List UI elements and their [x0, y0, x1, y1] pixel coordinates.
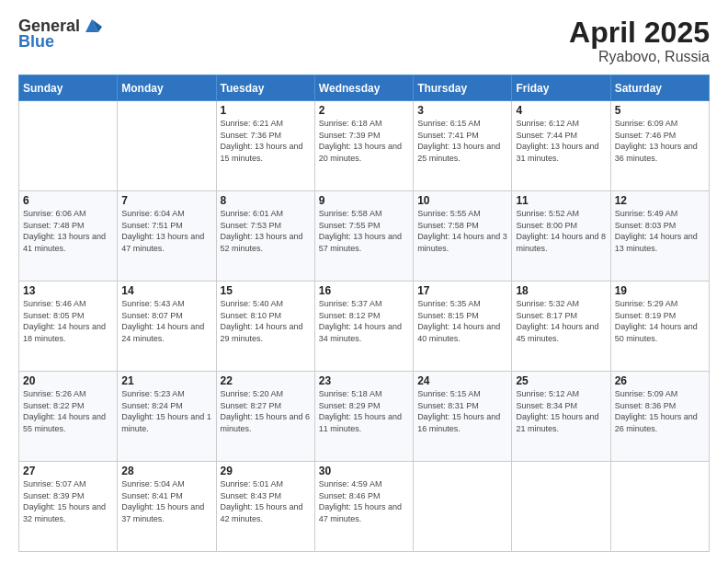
day-info: Sunrise: 4:59 AMSunset: 8:46 PMDaylight:…: [319, 478, 409, 524]
table-cell: 10Sunrise: 5:55 AMSunset: 7:58 PMDayligh…: [414, 191, 512, 282]
day-number: 25: [516, 374, 606, 387]
table-cell: 22Sunrise: 5:20 AMSunset: 8:27 PMDayligh…: [216, 372, 314, 462]
day-info: Sunrise: 5:52 AMSunset: 8:00 PMDaylight:…: [516, 208, 606, 254]
day-info: Sunrise: 5:26 AMSunset: 8:22 PMDaylight:…: [23, 388, 113, 434]
table-cell: 24Sunrise: 5:15 AMSunset: 8:31 PMDayligh…: [414, 372, 512, 462]
header: General Blue April 2025 Ryabovo, Russia: [18, 17, 710, 65]
day-info: Sunrise: 5:58 AMSunset: 7:55 PMDaylight:…: [319, 208, 409, 254]
day-number: 27: [23, 465, 113, 477]
col-friday: Friday: [512, 75, 610, 101]
day-info: Sunrise: 6:04 AMSunset: 7:51 PMDaylight:…: [121, 208, 211, 254]
calendar-week-row: 20Sunrise: 5:26 AMSunset: 8:22 PMDayligh…: [19, 372, 710, 462]
col-wednesday: Wednesday: [314, 75, 413, 101]
calendar-week-row: 6Sunrise: 6:06 AMSunset: 7:48 PMDaylight…: [19, 191, 710, 282]
day-number: 13: [23, 284, 113, 297]
day-info: Sunrise: 5:15 AMSunset: 8:31 PMDaylight:…: [417, 388, 507, 434]
day-info: Sunrise: 5:55 AMSunset: 7:58 PMDaylight:…: [417, 208, 507, 254]
day-info: Sunrise: 5:20 AMSunset: 8:27 PMDaylight:…: [221, 388, 311, 434]
table-cell: 11Sunrise: 5:52 AMSunset: 8:00 PMDayligh…: [512, 191, 610, 282]
day-info: Sunrise: 6:21 AMSunset: 7:36 PMDaylight:…: [221, 118, 311, 164]
table-cell: [610, 462, 709, 552]
day-number: 21: [121, 374, 211, 387]
table-cell: [512, 462, 610, 552]
day-number: 20: [23, 374, 113, 387]
day-number: 16: [319, 284, 409, 297]
day-number: 9: [319, 194, 409, 207]
table-cell: 21Sunrise: 5:23 AMSunset: 8:24 PMDayligh…: [118, 372, 216, 462]
table-cell: 9Sunrise: 5:58 AMSunset: 7:55 PMDaylight…: [314, 191, 413, 282]
day-number: 6: [23, 194, 113, 207]
calendar-week-row: 27Sunrise: 5:07 AMSunset: 8:39 PMDayligh…: [19, 462, 710, 552]
day-info: Sunrise: 5:18 AMSunset: 8:29 PMDaylight:…: [319, 388, 409, 434]
table-cell: 18Sunrise: 5:32 AMSunset: 8:17 PMDayligh…: [512, 282, 610, 372]
calendar-week-row: 1Sunrise: 6:21 AMSunset: 7:36 PMDaylight…: [19, 101, 710, 191]
day-number: 12: [615, 194, 705, 207]
day-info: Sunrise: 6:06 AMSunset: 7:48 PMDaylight:…: [23, 208, 113, 254]
day-number: 19: [615, 284, 705, 297]
day-number: 26: [615, 374, 705, 387]
col-tuesday: Tuesday: [216, 75, 314, 101]
table-cell: 23Sunrise: 5:18 AMSunset: 8:29 PMDayligh…: [314, 372, 413, 462]
page: General Blue April 2025 Ryabovo, Russia …: [0, 0, 728, 563]
table-cell: 2Sunrise: 6:18 AMSunset: 7:39 PMDaylight…: [314, 101, 413, 191]
table-cell: 13Sunrise: 5:46 AMSunset: 8:05 PMDayligh…: [19, 282, 118, 372]
table-cell: 5Sunrise: 6:09 AMSunset: 7:46 PMDaylight…: [610, 101, 709, 191]
day-info: Sunrise: 5:01 AMSunset: 8:43 PMDaylight:…: [221, 478, 311, 524]
calendar-location: Ryabovo, Russia: [569, 49, 710, 65]
logo: General Blue: [18, 17, 102, 52]
calendar-header-row: Sunday Monday Tuesday Wednesday Thursday…: [19, 75, 710, 101]
day-info: Sunrise: 5:09 AMSunset: 8:36 PMDaylight:…: [615, 388, 705, 434]
day-info: Sunrise: 6:09 AMSunset: 7:46 PMDaylight:…: [615, 118, 705, 164]
day-number: 14: [121, 284, 211, 297]
day-number: 22: [221, 374, 311, 387]
table-cell: 15Sunrise: 5:40 AMSunset: 8:10 PMDayligh…: [216, 282, 314, 372]
day-number: 23: [319, 374, 409, 387]
day-number: 29: [221, 465, 311, 477]
day-info: Sunrise: 5:49 AMSunset: 8:03 PMDaylight:…: [615, 208, 705, 254]
day-number: 7: [121, 194, 211, 207]
table-cell: 19Sunrise: 5:29 AMSunset: 8:19 PMDayligh…: [610, 282, 709, 372]
day-info: Sunrise: 6:15 AMSunset: 7:41 PMDaylight:…: [417, 118, 507, 164]
table-cell: 20Sunrise: 5:26 AMSunset: 8:22 PMDayligh…: [19, 372, 118, 462]
day-number: 15: [221, 284, 311, 297]
day-number: 28: [121, 465, 211, 477]
table-cell: 3Sunrise: 6:15 AMSunset: 7:41 PMDaylight…: [414, 101, 512, 191]
day-info: Sunrise: 5:43 AMSunset: 8:07 PMDaylight:…: [121, 298, 211, 344]
day-number: 18: [516, 284, 606, 297]
day-info: Sunrise: 5:35 AMSunset: 8:15 PMDaylight:…: [417, 298, 507, 344]
day-number: 8: [221, 194, 311, 207]
table-cell: 7Sunrise: 6:04 AMSunset: 7:51 PMDaylight…: [118, 191, 216, 282]
logo-icon: [82, 16, 102, 36]
day-info: Sunrise: 5:07 AMSunset: 8:39 PMDaylight:…: [23, 478, 113, 524]
day-number: 2: [319, 104, 409, 117]
day-number: 17: [417, 284, 507, 297]
table-cell: 4Sunrise: 6:12 AMSunset: 7:44 PMDaylight…: [512, 101, 610, 191]
day-number: 24: [417, 374, 507, 387]
table-cell: 30Sunrise: 4:59 AMSunset: 8:46 PMDayligh…: [314, 462, 413, 552]
day-number: 4: [516, 104, 606, 117]
table-cell: 14Sunrise: 5:43 AMSunset: 8:07 PMDayligh…: [118, 282, 216, 372]
day-number: 3: [417, 104, 507, 117]
day-number: 11: [516, 194, 606, 207]
col-sunday: Sunday: [19, 75, 118, 101]
table-cell: 29Sunrise: 5:01 AMSunset: 8:43 PMDayligh…: [216, 462, 314, 552]
day-info: Sunrise: 5:40 AMSunset: 8:10 PMDaylight:…: [221, 298, 311, 344]
calendar-table: Sunday Monday Tuesday Wednesday Thursday…: [18, 75, 710, 552]
table-cell: 6Sunrise: 6:06 AMSunset: 7:48 PMDaylight…: [19, 191, 118, 282]
table-cell: 16Sunrise: 5:37 AMSunset: 8:12 PMDayligh…: [314, 282, 413, 372]
table-cell: [414, 462, 512, 552]
day-info: Sunrise: 5:32 AMSunset: 8:17 PMDaylight:…: [516, 298, 606, 344]
table-cell: 17Sunrise: 5:35 AMSunset: 8:15 PMDayligh…: [414, 282, 512, 372]
col-saturday: Saturday: [610, 75, 709, 101]
day-info: Sunrise: 5:04 AMSunset: 8:41 PMDaylight:…: [121, 478, 211, 524]
table-cell: [19, 101, 118, 191]
day-info: Sunrise: 6:18 AMSunset: 7:39 PMDaylight:…: [319, 118, 409, 164]
table-cell: [118, 101, 216, 191]
table-cell: 26Sunrise: 5:09 AMSunset: 8:36 PMDayligh…: [610, 372, 709, 462]
day-info: Sunrise: 5:46 AMSunset: 8:05 PMDaylight:…: [23, 298, 113, 344]
table-cell: 8Sunrise: 6:01 AMSunset: 7:53 PMDaylight…: [216, 191, 314, 282]
table-cell: 28Sunrise: 5:04 AMSunset: 8:41 PMDayligh…: [118, 462, 216, 552]
day-number: 30: [319, 465, 409, 477]
table-cell: 25Sunrise: 5:12 AMSunset: 8:34 PMDayligh…: [512, 372, 610, 462]
table-cell: 1Sunrise: 6:21 AMSunset: 7:36 PMDaylight…: [216, 101, 314, 191]
